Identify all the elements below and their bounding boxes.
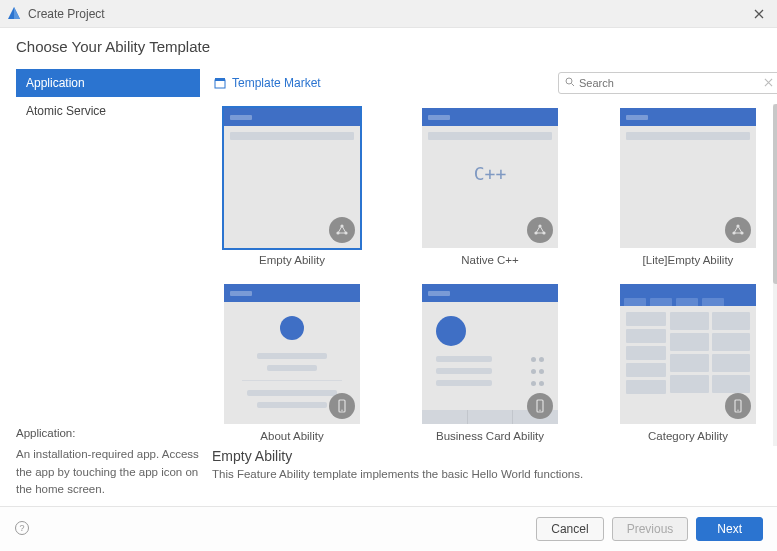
template-preview-body — [422, 284, 558, 424]
template-label: Category Ability — [648, 430, 728, 442]
category-desc-title: Application: — [16, 425, 200, 442]
template-preview-body — [224, 284, 360, 424]
svg-rect-0 — [215, 80, 225, 88]
category-desc-text: An installation-required app. Access the… — [16, 446, 200, 498]
footer: ? Cancel Previous Next — [0, 506, 777, 551]
template-preview-body: C++ — [422, 108, 558, 248]
template-description-section: Empty Ability This Feature Ability templ… — [210, 442, 770, 480]
page-heading: Choose Your Ability Template — [16, 38, 200, 55]
template-preview-body — [620, 108, 756, 248]
template-market-label: Template Market — [232, 76, 321, 90]
phone-badge-icon — [329, 393, 355, 419]
window-title: Create Project — [28, 7, 747, 21]
phone-badge-icon — [725, 393, 751, 419]
left-panel: Choose Your Ability Template Application… — [16, 38, 200, 506]
previous-button: Previous — [612, 517, 689, 541]
template-label: Empty Ability — [259, 254, 325, 266]
network-badge-icon — [725, 217, 751, 243]
template-preview-body — [224, 108, 360, 248]
template-card-business-card-ability[interactable]: Business Card Ability — [410, 284, 570, 442]
scrollbar[interactable] — [773, 104, 777, 446]
template-preview — [620, 108, 756, 248]
cancel-button[interactable]: Cancel — [536, 517, 603, 541]
template-preview — [620, 284, 756, 424]
template-scroll-area: Empty AbilityC++Native C++[Lite]Empty Ab… — [210, 104, 777, 506]
template-label: About Ability — [260, 430, 323, 442]
svg-point-2 — [566, 78, 572, 84]
scrollbar-thumb[interactable] — [773, 104, 777, 284]
template-preview — [224, 108, 360, 248]
search-input[interactable] — [579, 77, 764, 89]
template-market-link[interactable]: Template Market — [214, 76, 321, 90]
category-item-application[interactable]: Application — [16, 69, 200, 97]
svg-text:?: ? — [19, 523, 24, 533]
category-item-atomic-service[interactable]: Atomic Service — [16, 97, 200, 125]
market-icon — [214, 77, 226, 89]
footer-buttons: Cancel Previous Next — [536, 517, 763, 541]
toolbar-row: Template Market — [210, 70, 777, 96]
template-preview: C++ — [422, 108, 558, 248]
template-grid: Empty AbilityC++Native C++[Lite]Empty Ab… — [210, 104, 770, 442]
template-preview — [422, 284, 558, 424]
network-badge-icon — [527, 217, 553, 243]
dialog-content: Choose Your Ability Template Application… — [0, 28, 777, 506]
selected-template-title: Empty Ability — [212, 448, 768, 464]
template-card-about-ability[interactable]: About Ability — [212, 284, 372, 442]
template-card--lite-empty-ability[interactable]: [Lite]Empty Ability — [608, 108, 768, 266]
template-label: Business Card Ability — [436, 430, 544, 442]
close-button[interactable] — [747, 2, 771, 26]
template-preview — [224, 284, 360, 424]
search-icon — [565, 77, 575, 89]
svg-point-16 — [539, 410, 540, 411]
template-label: [Lite]Empty Ability — [643, 254, 734, 266]
category-list: ApplicationAtomic Service — [16, 69, 200, 125]
help-icon[interactable]: ? — [14, 520, 30, 539]
template-card-empty-ability[interactable]: Empty Ability — [212, 108, 372, 266]
category-description: Application: An installation-required ap… — [16, 425, 200, 506]
template-preview-body — [620, 284, 756, 424]
template-card-category-ability[interactable]: Category Ability — [608, 284, 768, 442]
right-panel: Template Market Empty AbilityC++Native C… — [210, 38, 777, 506]
svg-point-14 — [341, 410, 342, 411]
template-card-native-c-[interactable]: C++Native C++ — [410, 108, 570, 266]
app-icon — [6, 6, 22, 22]
template-label: Native C++ — [461, 254, 519, 266]
next-button[interactable]: Next — [696, 517, 763, 541]
svg-rect-1 — [215, 78, 225, 81]
svg-line-3 — [572, 84, 575, 87]
selected-template-description: This Feature Ability template implements… — [212, 468, 768, 480]
search-clear-icon[interactable] — [764, 76, 773, 90]
search-field[interactable] — [558, 72, 777, 94]
titlebar: Create Project — [0, 0, 777, 28]
svg-point-18 — [737, 410, 738, 411]
network-badge-icon — [329, 217, 355, 243]
phone-badge-icon — [527, 393, 553, 419]
